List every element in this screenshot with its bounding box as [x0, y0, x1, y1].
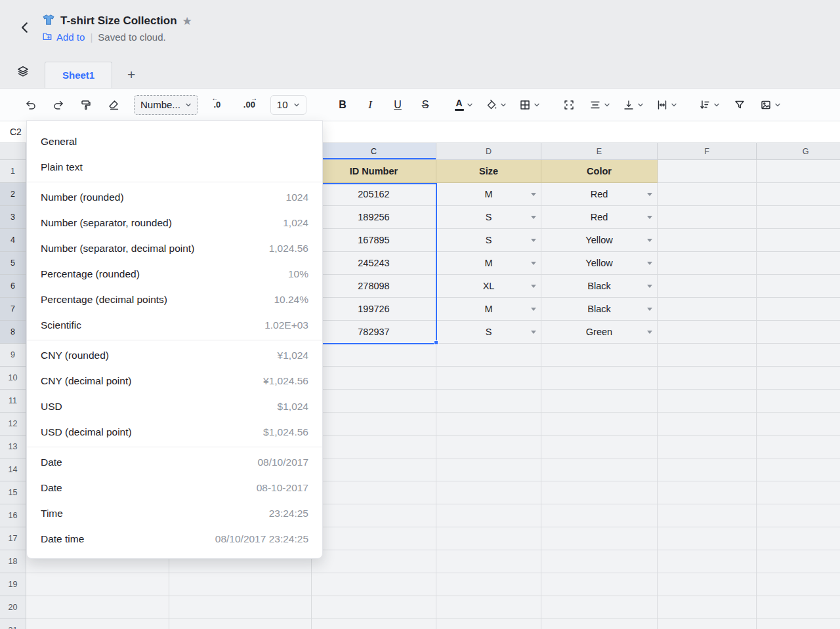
- cell-F20[interactable]: [658, 596, 757, 619]
- cell-C14[interactable]: [312, 458, 436, 481]
- cell-D11[interactable]: [436, 390, 541, 413]
- text-wrap-dropdown[interactable]: [653, 94, 681, 115]
- cell-E6[interactable]: Black: [541, 275, 658, 298]
- cell-D20[interactable]: [436, 596, 541, 619]
- cell-D16[interactable]: [436, 504, 541, 527]
- cell-D12[interactable]: [436, 413, 541, 436]
- cell-D15[interactable]: [436, 481, 541, 504]
- cell-C6[interactable]: 278098: [312, 275, 436, 298]
- cell-E16[interactable]: [541, 504, 658, 527]
- row-header-10[interactable]: 10: [0, 367, 26, 390]
- cell-G10[interactable]: [757, 367, 840, 390]
- cell-dropdown-arrow-icon[interactable]: [647, 262, 652, 265]
- cell-F4[interactable]: [658, 229, 757, 252]
- cell-G9[interactable]: [757, 344, 840, 367]
- decrease-decimal-button[interactable]: ←.0: [204, 94, 230, 115]
- format-menu-item-general[interactable]: General: [27, 129, 322, 154]
- row-header-11[interactable]: 11: [0, 390, 26, 413]
- text-color-dropdown[interactable]: A: [452, 94, 476, 115]
- cell-C13[interactable]: [312, 436, 436, 458]
- name-box[interactable]: C2: [10, 127, 22, 137]
- cell-G20[interactable]: [757, 596, 840, 619]
- format-menu-item-time[interactable]: Time23:24:25: [27, 500, 322, 526]
- cell-D9[interactable]: [436, 344, 541, 367]
- increase-decimal-button[interactable]: →.00: [236, 94, 262, 115]
- cell-B20[interactable]: [169, 596, 312, 619]
- cell-G15[interactable]: [757, 481, 840, 504]
- undo-button[interactable]: [20, 94, 41, 115]
- cell-C16[interactable]: [312, 504, 436, 527]
- cell-dropdown-arrow-icon[interactable]: [531, 262, 536, 265]
- cell-G18[interactable]: [757, 550, 840, 573]
- cell-dropdown-arrow-icon[interactable]: [531, 239, 536, 242]
- cell-D2[interactable]: M: [436, 183, 541, 206]
- cell-dropdown-arrow-icon[interactable]: [531, 331, 536, 334]
- cell-E8[interactable]: Green: [541, 321, 658, 344]
- cell-F3[interactable]: [658, 206, 757, 229]
- cell-dropdown-arrow-icon[interactable]: [531, 308, 536, 311]
- row-header-8[interactable]: 8: [0, 321, 26, 344]
- merge-cells-button[interactable]: [558, 94, 580, 115]
- cell-dropdown-arrow-icon[interactable]: [647, 216, 652, 219]
- row-header-9[interactable]: 9: [0, 344, 26, 367]
- sort-dropdown[interactable]: [696, 94, 723, 115]
- cell-D7[interactable]: M: [436, 298, 541, 321]
- cell-G13[interactable]: [757, 436, 840, 458]
- cell-F14[interactable]: [658, 458, 757, 481]
- bold-button[interactable]: B: [332, 94, 354, 115]
- cell-F18[interactable]: [658, 550, 757, 573]
- underline-button[interactable]: U: [387, 94, 409, 115]
- row-header-20[interactable]: 20: [0, 596, 26, 619]
- row-header-1[interactable]: 1: [0, 160, 26, 183]
- cell-E18[interactable]: [541, 550, 658, 573]
- row-header-19[interactable]: 19: [0, 573, 26, 596]
- strikethrough-button[interactable]: S: [415, 94, 436, 115]
- fill-color-dropdown[interactable]: [482, 94, 510, 115]
- row-header-12[interactable]: 12: [0, 413, 26, 436]
- cell-G1[interactable]: [757, 160, 840, 183]
- cell-C7[interactable]: 199726: [312, 298, 436, 321]
- format-menu-item-date-time[interactable]: Date time08/10/2017 23:24:25: [27, 526, 322, 552]
- cell-dropdown-arrow-icon[interactable]: [531, 216, 536, 219]
- add-sheet-button[interactable]: +: [121, 62, 141, 88]
- format-menu-item-plain-text[interactable]: Plain text: [27, 154, 322, 180]
- filter-button[interactable]: [729, 94, 751, 115]
- format-menu-item-number-rounded-[interactable]: Number (rounded)1024: [27, 184, 322, 210]
- cell-C12[interactable]: [312, 413, 436, 436]
- cell-G19[interactable]: [757, 573, 840, 596]
- cell-E2[interactable]: Red: [541, 183, 658, 206]
- cell-F5[interactable]: [658, 252, 757, 275]
- cell-C5[interactable]: 245243: [312, 252, 436, 275]
- cell-D10[interactable]: [436, 367, 541, 390]
- cell-C8[interactable]: 782937: [312, 321, 436, 344]
- star-icon[interactable]: ★: [182, 14, 192, 28]
- cell-G17[interactable]: [757, 527, 840, 550]
- borders-dropdown[interactable]: [516, 94, 543, 115]
- cell-E14[interactable]: [541, 458, 658, 481]
- cell-D17[interactable]: [436, 527, 541, 550]
- column-header-C[interactable]: C: [312, 143, 436, 160]
- cell-E7[interactable]: Black: [541, 298, 658, 321]
- cell-D3[interactable]: S: [436, 206, 541, 229]
- cell-G4[interactable]: [757, 229, 840, 252]
- cell-E21[interactable]: [541, 619, 658, 629]
- cell-E1[interactable]: Color: [541, 160, 658, 183]
- tab-sheet1[interactable]: Sheet1: [45, 62, 112, 88]
- row-header-6[interactable]: 6: [0, 275, 26, 298]
- format-menu-item-scientific[interactable]: Scientific1.02E+03: [27, 312, 322, 338]
- cell-E5[interactable]: Yellow: [541, 252, 658, 275]
- row-header-15[interactable]: 15: [0, 481, 26, 504]
- cell-dropdown-arrow-icon[interactable]: [647, 193, 652, 196]
- cell-C20[interactable]: [312, 596, 436, 619]
- cell-C9[interactable]: [312, 344, 436, 367]
- cell-D13[interactable]: [436, 436, 541, 458]
- format-menu-item-date[interactable]: Date08-10-2017: [27, 475, 322, 500]
- format-menu-item-number-separator-rounded-[interactable]: Number (separator, rounded)1,024: [27, 210, 322, 235]
- cell-dropdown-arrow-icon[interactable]: [531, 285, 536, 288]
- cell-C3[interactable]: 189256: [312, 206, 436, 229]
- cell-E9[interactable]: [541, 344, 658, 367]
- vertical-align-dropdown[interactable]: [620, 94, 647, 115]
- cell-A19[interactable]: [26, 573, 169, 596]
- selection-fill-handle[interactable]: [434, 340, 438, 345]
- cell-C17[interactable]: [312, 527, 436, 550]
